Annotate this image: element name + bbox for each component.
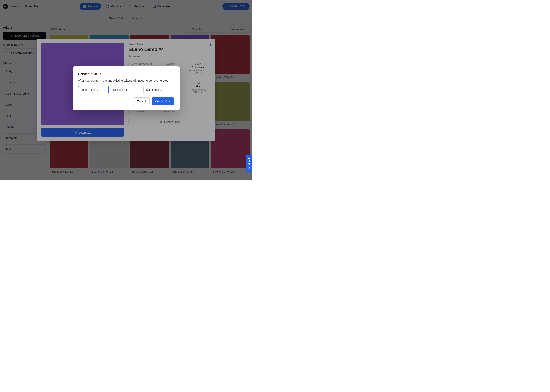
create-rule-modal: Create a Rule After you create a rule an… xyxy=(72,66,180,110)
modal-actions: Cancel Create Rule xyxy=(78,97,174,105)
select-rule-label: Select a rule xyxy=(113,88,128,91)
select-trait-label: Select a trait... xyxy=(80,88,98,91)
select-trait-dropdown[interactable]: Select a trait... ⌄ xyxy=(78,86,109,93)
select-rule-dropdown[interactable]: Select a rule ⌄ xyxy=(111,86,142,93)
modal-title: Create a Rule xyxy=(78,72,174,76)
create-rule-button[interactable]: Create Rule xyxy=(152,97,174,105)
select-traits-dropdown[interactable]: Select traits... ⌄ xyxy=(144,86,174,93)
chevron-down-icon: ⌄ xyxy=(137,89,139,91)
chevron-down-icon: ⌄ xyxy=(170,89,172,91)
feedback-tab[interactable]: Feedback xyxy=(246,155,252,172)
select-traits-label: Select traits... xyxy=(146,88,163,91)
cancel-button[interactable]: Cancel xyxy=(133,97,150,105)
modal-description: After you create a rule any existing tok… xyxy=(78,79,174,82)
modal-fields: Select a trait... ⌄ Select a rule ⌄ Sele… xyxy=(78,86,174,93)
chevron-down-icon: ⌄ xyxy=(104,89,106,91)
